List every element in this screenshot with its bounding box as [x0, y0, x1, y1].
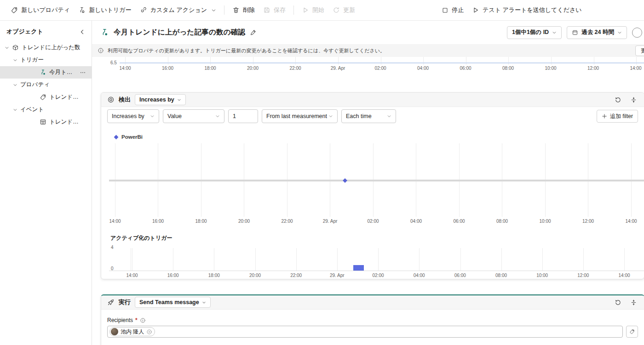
remove-recipient-icon[interactable]	[146, 329, 152, 335]
recipients-input[interactable]: 池内 隆人	[107, 326, 623, 338]
recipient-name: 池内 隆人	[121, 328, 144, 336]
start-button[interactable]: 開始	[298, 3, 328, 17]
insert-property-button[interactable]	[626, 326, 638, 338]
page-header: 今月トレンドに上がった記事の数の確認 1個中1個の ID 過去 24 時間	[92, 21, 644, 44]
banner-update-button[interactable]: 更新	[635, 45, 644, 56]
sidebar-item-triggers[interactable]: トリガー	[0, 54, 92, 66]
chevron-expanded-icon[interactable]	[5, 45, 9, 50]
action-type-dropdown[interactable]: Send Teams message	[135, 297, 211, 308]
new-trigger-button[interactable]: 新しいトリガー	[74, 3, 136, 17]
sidebar-item-events[interactable]: イベント	[0, 103, 92, 116]
tree-item-label: トリガー	[20, 56, 44, 64]
add-filter-button[interactable]: 追加 filter	[597, 110, 638, 123]
sidebar-item-current-trigger[interactable]: 今月トレン...	[0, 66, 92, 79]
frequency-value: Each time	[346, 113, 372, 119]
tree-item-label: トレンドに上...	[49, 118, 82, 126]
collapse-panel-icon[interactable]	[79, 29, 85, 35]
detect-mode-dropdown[interactable]: Increases by	[135, 94, 186, 105]
rocket-icon	[107, 299, 115, 306]
time-range-dropdown[interactable]: 過去 24 時間	[567, 26, 627, 39]
baseline-select[interactable]: From last measurement	[262, 109, 338, 123]
axis-tick-label: 14:00	[625, 219, 637, 224]
calendar-icon	[572, 29, 578, 36]
sidebar-item-event[interactable]: トレンドに上...	[0, 116, 92, 128]
x-axis-ticks: 14:0016:0018:0020:0022:0029. Apr02:0004:…	[132, 273, 624, 279]
axis-tick-label: 12:00	[577, 273, 589, 278]
chevron-expanded-icon[interactable]	[13, 58, 17, 62]
legend-series-label: PowerBi	[121, 134, 143, 140]
collapse-vertical-button[interactable]	[629, 96, 638, 104]
chevron-expanded-icon[interactable]	[13, 107, 17, 112]
axis-tick-label: 16:00	[162, 66, 173, 71]
axis-tick-label: 10:00	[539, 219, 551, 224]
axis-tick-label: 14:00	[119, 66, 131, 71]
update-button[interactable]: 更新	[328, 3, 359, 17]
axis-tick-label: 18:00	[195, 219, 207, 224]
sidebar-item-object-root[interactable]: トレンドに上がった数	[0, 41, 92, 54]
condition-row: Increases by Value From last measurement…	[101, 107, 644, 124]
target-icon	[107, 96, 115, 103]
save-label: 保存	[274, 6, 286, 14]
threshold-input[interactable]	[228, 109, 258, 123]
chart-legend[interactable]: PowerBi	[115, 134, 143, 140]
tag-icon	[40, 94, 46, 101]
chevron-down-icon	[215, 114, 220, 119]
table-icon	[40, 119, 46, 125]
sidebar-item-properties[interactable]: プロパティ	[0, 79, 92, 91]
delete-button[interactable]: 削除	[228, 3, 259, 17]
chevron-down-icon	[150, 114, 155, 119]
stop-icon	[442, 7, 448, 14]
axis-tick-label: 10:00	[545, 66, 556, 71]
property-select[interactable]: Value	[163, 109, 224, 123]
act-section-label: 実行	[119, 298, 131, 306]
axis-tick-label: 14:00	[126, 273, 138, 278]
axis-tick-label: 12:00	[587, 66, 599, 71]
new-property-button[interactable]: 新しいプロパティ	[6, 3, 74, 17]
start-label: 開始	[312, 6, 324, 14]
axis-tick-label: 06:00	[454, 273, 466, 278]
axis-tick-label: 29. Apr	[331, 66, 345, 71]
axis-tick-label: 20:00	[238, 219, 250, 224]
tree-item-label: プロパティ	[20, 81, 50, 89]
axis-tick-label: 02:00	[372, 273, 384, 278]
tree-item-label: 今月トレン...	[49, 68, 78, 76]
axis-tick-label: 14:00	[618, 273, 630, 278]
update-label: 更新	[343, 6, 355, 14]
tag-icon	[11, 6, 18, 14]
chevron-down-icon	[202, 300, 206, 305]
axis-tick-label: 18:00	[208, 273, 220, 278]
time-range-label: 過去 24 時間	[581, 28, 614, 36]
id-selector-dropdown[interactable]: 1個中1個の ID	[507, 26, 562, 39]
frequency-select[interactable]: Each time	[341, 109, 396, 123]
operator-select[interactable]: Increases by	[107, 109, 159, 123]
undo-button[interactable]	[614, 96, 622, 104]
page-title: 今月トレンドに上がった記事の数の確認	[114, 28, 245, 37]
stop-button[interactable]: 停止	[437, 3, 468, 17]
custom-action-label: カスタム アクション	[150, 6, 207, 14]
tree-item-label: トレンドに上...	[49, 93, 82, 101]
undo-button[interactable]	[614, 298, 622, 307]
axis-tick-label: 18:00	[204, 66, 216, 71]
chart-gridlines	[109, 248, 644, 271]
new-property-label: 新しいプロパティ	[21, 6, 70, 14]
status-circle-icon[interactable]	[632, 28, 642, 38]
act-card-body: Recipients * 池内 隆人 Headline *	[101, 310, 644, 345]
sidebar-item-property[interactable]: トレンドに上...	[0, 91, 92, 103]
custom-action-button[interactable]: カスタム アクション	[136, 3, 220, 17]
axis-tick-label: 06:00	[460, 66, 471, 71]
page-header-actions: 1個中1個の ID 過去 24 時間	[507, 26, 636, 39]
save-button[interactable]: 保存	[259, 3, 290, 17]
activation-bar	[353, 265, 364, 271]
plus-icon	[602, 113, 607, 119]
chevron-expanded-icon[interactable]	[13, 83, 17, 87]
more-icon[interactable]	[80, 69, 86, 76]
tree-item-label: トレンドに上がった数	[22, 44, 80, 51]
edit-pencil-icon[interactable]	[250, 29, 257, 36]
collapse-vertical-button[interactable]	[629, 298, 638, 307]
info-icon[interactable]	[140, 317, 146, 323]
property-preview-chart: 6.5 14:0016:0018:0020:0022:0029. Apr02:0…	[92, 57, 644, 74]
recipient-chip[interactable]: 池内 隆人	[109, 327, 155, 336]
chart-gridlines	[92, 57, 644, 65]
main-content: 今月トレンドに上がった記事の数の確認 1個中1個の ID 過去 24 時間 利用…	[92, 21, 644, 345]
send-test-alert-button[interactable]: テスト アラートを送信してください	[468, 3, 586, 17]
